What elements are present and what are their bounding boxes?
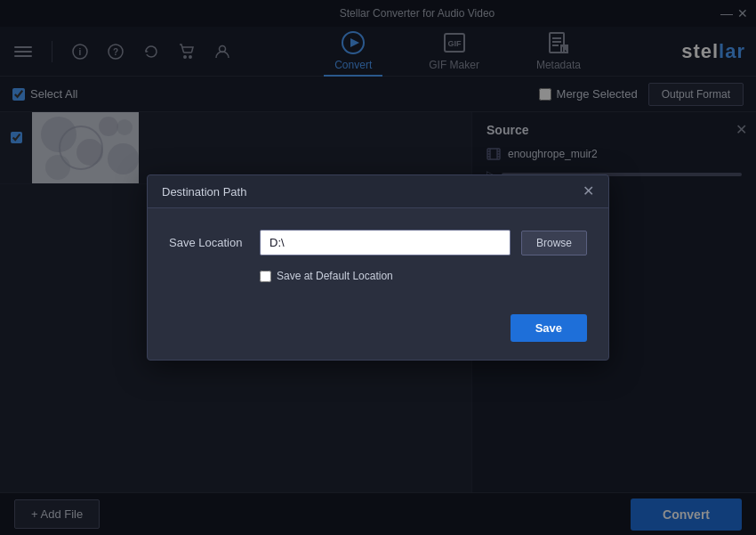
save-location-row: Save Location Browse — [169, 230, 587, 255]
modal-header: Destination Path ✕ — [148, 175, 608, 208]
save-location-input[interactable] — [260, 230, 511, 255]
modal-footer: Save — [148, 304, 608, 360]
modal-body: Save Location Browse Save at Default Loc… — [148, 208, 608, 304]
browse-button[interactable]: Browse — [521, 231, 587, 255]
destination-path-modal: Destination Path ✕ Save Location Browse … — [147, 174, 609, 361]
modal-overlay[interactable]: Destination Path ✕ Save Location Browse … — [0, 0, 756, 535]
save-default-label: Save at Default Location — [277, 270, 393, 282]
save-default-row: Save at Default Location — [260, 270, 587, 282]
save-location-label: Save Location — [169, 236, 249, 249]
modal-title: Destination Path — [162, 185, 246, 199]
save-default-checkbox[interactable] — [260, 271, 271, 282]
save-default-checkbox-label[interactable]: Save at Default Location — [260, 270, 393, 282]
modal-close-button[interactable]: ✕ — [583, 184, 594, 199]
save-button[interactable]: Save — [511, 314, 587, 342]
